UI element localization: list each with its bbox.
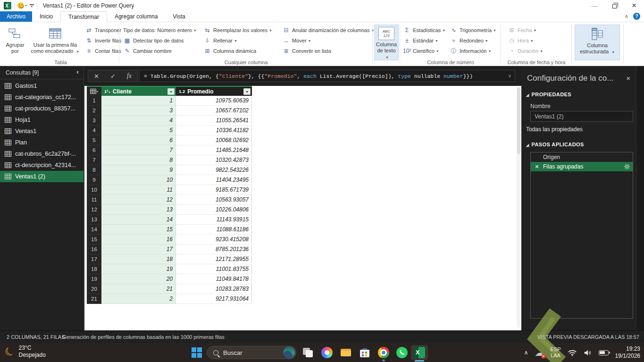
estadísticas-button[interactable]: ΣEstadísticas▼ xyxy=(403,25,445,35)
row-number[interactable]: 18 xyxy=(87,264,101,274)
row-number[interactable]: 6 xyxy=(87,145,101,155)
cell-cliente[interactable]: 6 xyxy=(101,135,176,145)
row-number[interactable]: 20 xyxy=(87,284,101,294)
detectar-tipo-de-datos-button[interactable]: ▦Detectar tipo de datos xyxy=(123,35,197,46)
row-number[interactable]: 10 xyxy=(87,185,101,195)
tray-overflow-button[interactable]: ∧ xyxy=(524,349,528,356)
row-number[interactable]: 16 xyxy=(87,244,101,254)
rellenar-button[interactable]: ⇩Rellenar▼ xyxy=(203,35,272,46)
all-properties-link[interactable]: Todas las propiedades xyxy=(526,126,583,133)
restore-button[interactable] xyxy=(604,0,624,11)
mover-button[interactable]: ↔Mover▼ xyxy=(282,35,374,46)
whole-number-type-icon[interactable]: 1²₃ xyxy=(104,89,110,94)
whatsapp-icon[interactable] xyxy=(396,347,408,358)
decimal-type-icon[interactable]: 1.2 xyxy=(179,89,185,94)
query-item-hoja1[interactable]: Hoja1 xyxy=(0,114,84,126)
onedrive-icon[interactable]: ☁✕ xyxy=(535,347,544,358)
grid-vertical-scrollbar[interactable] xyxy=(517,87,521,328)
structured-column-button[interactable]: Columnaestructurada ▼ xyxy=(575,25,620,60)
cell-promedio[interactable]: 11404.23495 xyxy=(176,175,252,185)
reemplazar-los-valores-button[interactable]: ⇆Reemplazar los valores▼ xyxy=(203,25,272,35)
row-number[interactable]: 7 xyxy=(87,155,101,165)
anular-dinamización-de-columnas-button[interactable]: ⊟Anular dinamización de columnas▼ xyxy=(282,25,374,35)
cell-cliente[interactable]: 10 xyxy=(101,175,176,185)
cell-promedio[interactable]: 12171.28955 xyxy=(176,254,252,264)
cell-cliente[interactable]: 20 xyxy=(101,274,176,284)
properties-section-header[interactable]: ◢PROPIEDADES xyxy=(526,92,571,97)
feedback-smiley-icon[interactable] xyxy=(17,2,24,9)
cell-cliente[interactable]: 19 xyxy=(101,264,176,274)
convertir-en-lista-button[interactable]: ≣Convertir en lista xyxy=(282,46,374,56)
clock-widget[interactable]: 19:2319/1/2026 xyxy=(615,345,640,360)
cell-cliente[interactable]: 21 xyxy=(101,284,176,294)
trigonometría-button[interactable]: ∿Trigonometría▼ xyxy=(450,25,496,35)
expand-formula-bar-icon[interactable]: ∨ xyxy=(508,73,511,78)
start-button[interactable] xyxy=(192,347,202,358)
cell-promedio[interactable]: 9185.671739 xyxy=(176,185,252,195)
cell-promedio[interactable]: 9822.543226 xyxy=(176,165,252,175)
microsoft-store-icon[interactable] xyxy=(359,347,370,358)
minimize-button[interactable]: — xyxy=(585,0,604,11)
group-by-button[interactable]: Agruparpor xyxy=(4,25,26,60)
tab-agregar-columna[interactable]: Agregar columna xyxy=(107,11,165,22)
formula-input[interactable]: = Table.Group(Origen, {"Cliente"}, {{"Pr… xyxy=(139,70,515,82)
step-settings-gear-icon[interactable] xyxy=(624,164,630,171)
row-number[interactable]: 2 xyxy=(87,106,101,116)
commit-formula-button[interactable]: ✓ xyxy=(110,73,116,80)
cell-cliente[interactable]: 12 xyxy=(101,195,176,205)
query-item-ventas1-2-[interactable]: Ventas1 (2) xyxy=(0,171,84,182)
row-number[interactable]: 17 xyxy=(87,254,101,264)
cell-cliente[interactable]: 3 xyxy=(101,106,176,116)
profiling-status[interactable]: Generación de perfiles de columnas basad… xyxy=(62,334,225,340)
query-item-cat-productos-88357-[interactable]: cat-productos_88357... xyxy=(0,103,84,114)
tab-inicio[interactable]: Inicio xyxy=(32,11,60,22)
column-header-cliente[interactable]: 1²₃ Cliente ▼ xyxy=(101,87,176,96)
row-number[interactable]: 14 xyxy=(87,225,101,235)
cell-cliente[interactable]: 1 xyxy=(101,96,176,106)
row-number[interactable]: 5 xyxy=(87,135,101,145)
step-filas-agrupadas[interactable]: ✕Filas agrupadas xyxy=(531,162,633,171)
tab-archivo[interactable]: Archivo xyxy=(0,11,32,22)
invertir-filas-button[interactable]: ⇅Invertir filas xyxy=(85,35,121,46)
query-item-cat-categorias-cc172-[interactable]: cat-categorias_cc172... xyxy=(0,92,84,103)
query-item-ct-descripcion-42314-[interactable]: ct-descripcion_42314... xyxy=(0,160,84,171)
collapse-queries-pane-button[interactable]: ‹ xyxy=(76,68,79,76)
use-first-row-as-header-button[interactable]: Usar la primera filacomo encabezado ▼ xyxy=(27,25,83,60)
battery-icon[interactable] xyxy=(599,350,609,355)
cell-cliente[interactable]: 11 xyxy=(101,185,176,195)
cell-promedio[interactable]: 9217.931064 xyxy=(176,294,252,304)
file-explorer-icon[interactable] xyxy=(340,347,351,358)
cell-cliente[interactable]: 2 xyxy=(101,294,176,304)
contar-filas-button[interactable]: ≡Contar filas xyxy=(85,46,121,56)
cell-cliente[interactable]: 8 xyxy=(101,155,176,165)
estándar-button[interactable]: ±Estándar▼ xyxy=(403,35,445,46)
cell-promedio[interactable]: 11485.21648 xyxy=(176,145,252,155)
language-indicator[interactable]: ESPLAA xyxy=(551,346,561,359)
task-view-icon[interactable] xyxy=(302,347,313,358)
query-item-gastos1[interactable]: Gastos1 xyxy=(0,80,84,92)
cell-cliente[interactable]: 4 xyxy=(101,116,176,126)
applied-steps-section-header[interactable]: ◢PASOS APLICADOS xyxy=(526,142,584,147)
query-item-plan[interactable]: Plan xyxy=(0,137,84,148)
volume-icon[interactable] xyxy=(584,349,592,356)
step-origen[interactable]: Origen xyxy=(531,152,633,162)
excel-taskbar-icon[interactable]: X xyxy=(414,347,425,358)
row-number[interactable]: 21 xyxy=(87,294,101,304)
cell-promedio[interactable]: 11088.61186 xyxy=(176,225,252,235)
redondeo-button[interactable]: ≈Redondeo▼ xyxy=(450,35,496,46)
cell-cliente[interactable]: 9 xyxy=(101,165,176,175)
collapse-ribbon-button[interactable]: ∧ xyxy=(625,13,628,19)
tab-vista[interactable]: Vista xyxy=(165,11,192,22)
wifi-icon[interactable] xyxy=(568,349,577,356)
cambiar-nombre-button[interactable]: ✎Cambiar nombre xyxy=(123,46,197,56)
qat-customize-button[interactable]: ▾ xyxy=(30,4,34,8)
row-number[interactable]: 15 xyxy=(87,235,101,244)
row-number[interactable]: 9 xyxy=(87,175,101,185)
query-item-cat-rubros-6c2a27bf-[interactable]: cat-rubros_6c2a27bf-... xyxy=(0,148,84,160)
cell-promedio[interactable]: 10657.67102 xyxy=(176,106,252,116)
table-menu-button[interactable]: ▾ xyxy=(87,87,101,96)
text-column-button[interactable]: ABC123Columnade texto ▼ xyxy=(374,25,399,60)
cell-promedio[interactable]: 11049.84178 xyxy=(176,274,252,284)
row-number[interactable]: 4 xyxy=(87,126,101,135)
cell-promedio[interactable]: 11143.93915 xyxy=(176,215,252,225)
